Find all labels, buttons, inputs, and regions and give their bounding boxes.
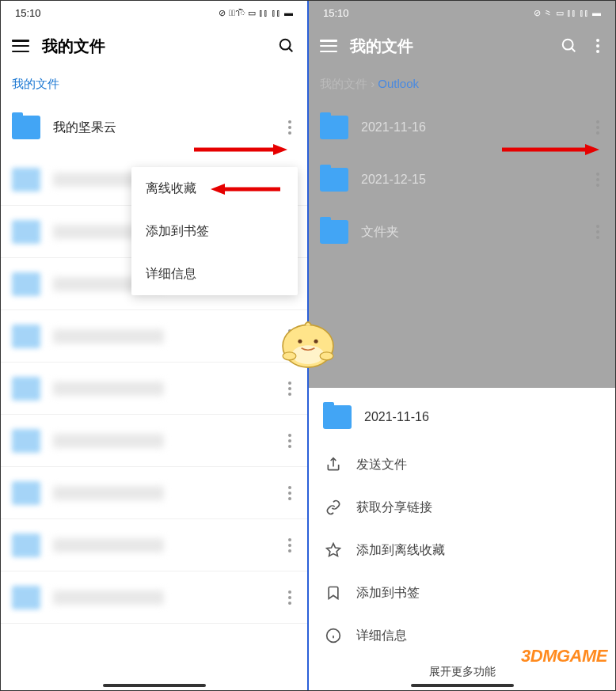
svg-point-18 (292, 345, 324, 364)
search-icon[interactable] (277, 36, 296, 55)
menu-bookmark[interactable]: 添加到书签 (131, 210, 298, 252)
sheet-header: 2021-11-16 (309, 388, 615, 443)
overflow-dots[interactable] (283, 434, 296, 448)
list-item[interactable] (1, 415, 307, 467)
list-item[interactable] (1, 363, 307, 415)
folder-name: 文件夹 (361, 224, 579, 241)
status-bar: 15:10 ⊘⺀▭⫿⫿⫿⫿▬ (309, 1, 615, 25)
sheet-offline[interactable]: 添加到离线收藏 (309, 529, 615, 571)
signal-icon: ⫿⫿ (259, 8, 268, 17)
status-icons: ⊘�ําិ▭⫿⫿⫿⫿▬ (219, 6, 293, 20)
folder-row[interactable]: 文件夹 (309, 206, 615, 258)
wifi-icon: ⺀ (544, 7, 553, 19)
overflow-dots[interactable] (591, 39, 604, 53)
overflow-dots[interactable] (591, 225, 604, 239)
folder-icon (323, 405, 352, 429)
status-bar: 15:10 ⊘�ําិ▭⫿⫿⫿⫿▬ (1, 1, 307, 25)
overflow-dots[interactable] (591, 173, 604, 187)
action-sheet: 2021-11-16 发送文件 获取分享链接 添加到离线收藏 添加到书签 详细信… (309, 388, 615, 690)
svg-point-19 (298, 340, 302, 344)
signal2-icon: ⫿⫿ (580, 8, 589, 17)
annotation-arrow (502, 142, 601, 158)
folder-row[interactable]: 2021-12-15 (309, 154, 615, 206)
phone-screen-left: 15:10 ⊘�ําិ▭⫿⫿⫿⫿▬ 我的文件 我的文件 我的坚果云 离线收藏 添… (1, 1, 307, 690)
bookmark-icon (325, 584, 342, 602)
app-bar: 我的文件 (1, 25, 307, 67)
svg-point-6 (563, 40, 573, 50)
app-bar: 我的文件 (309, 25, 615, 67)
status-time: 15:10 (323, 7, 349, 19)
overflow-dots[interactable] (591, 120, 604, 135)
svg-point-22 (320, 352, 333, 360)
overflow-dots[interactable] (283, 120, 296, 135)
signal2-icon: ⫿⫿ (272, 8, 281, 17)
list-item[interactable] (1, 571, 307, 624)
folder-name: 2021-11-16 (361, 120, 579, 135)
list-item[interactable] (1, 467, 307, 519)
hd-icon: ▭ (248, 8, 256, 18)
breadcrumb[interactable]: 我的文件 (1, 67, 307, 101)
svg-point-20 (314, 340, 318, 344)
folder-name: 2021-12-15 (361, 173, 579, 187)
battery-icon: ▬ (284, 8, 293, 17)
star-icon (325, 541, 342, 559)
nav-pill (103, 684, 206, 687)
svg-marker-3 (273, 144, 287, 155)
vibrate-icon: ⊘ (534, 8, 541, 18)
svg-point-0 (280, 40, 291, 50)
app-title: 我的文件 (42, 36, 264, 57)
signal-icon: ⫿⫿ (567, 8, 576, 17)
annotation-arrow (211, 181, 282, 197)
hd-icon: ▭ (556, 8, 564, 18)
crumb-root[interactable]: 我的文件 (320, 77, 367, 90)
svg-line-7 (572, 48, 576, 52)
svg-line-1 (289, 48, 293, 52)
hamburger-icon[interactable] (12, 40, 29, 52)
nav-pill (411, 684, 514, 687)
list-item[interactable] (1, 310, 307, 363)
info-icon (325, 627, 342, 644)
folder-name: 我的坚果云 (53, 120, 271, 136)
svg-point-21 (283, 352, 296, 360)
sheet-title: 2021-11-16 (364, 410, 429, 424)
share-icon (325, 456, 342, 473)
link-icon (325, 499, 342, 516)
wifi-icon: �ําិ (229, 6, 245, 20)
overflow-dots[interactable] (283, 382, 296, 396)
breadcrumb[interactable]: 我的文件 › Outlook (309, 67, 615, 101)
status-time: 15:10 (15, 7, 41, 19)
folder-icon (320, 116, 348, 139)
hamburger-icon[interactable] (320, 40, 337, 52)
overflow-dots[interactable] (283, 486, 296, 500)
sheet-send[interactable]: 发送文件 (309, 443, 615, 486)
watermark: 3DMGAME (521, 646, 607, 666)
sheet-bookmark[interactable]: 添加到书签 (309, 571, 615, 614)
mascot-icon (275, 309, 341, 376)
list-item[interactable] (1, 519, 307, 571)
sheet-link[interactable]: 获取分享链接 (309, 486, 615, 529)
app-title: 我的文件 (350, 36, 547, 57)
folder-icon (320, 220, 348, 244)
crumb-current[interactable]: Outlook (378, 77, 419, 90)
phone-screen-right: 15:10 ⊘⺀▭⫿⫿⫿⫿▬ 我的文件 我的文件 › Outlook 2021-… (309, 1, 615, 690)
overflow-dots[interactable] (283, 590, 296, 605)
vibrate-icon: ⊘ (219, 8, 226, 18)
status-icons: ⊘⺀▭⫿⫿⫿⫿▬ (534, 7, 601, 19)
svg-marker-9 (585, 144, 599, 155)
menu-details[interactable]: 详细信息 (131, 252, 298, 295)
svg-marker-5 (211, 184, 225, 195)
annotation-arrow (194, 142, 289, 158)
overflow-dots[interactable] (283, 538, 296, 552)
battery-icon: ▬ (592, 8, 601, 17)
search-icon[interactable] (560, 36, 579, 55)
svg-marker-11 (327, 544, 340, 556)
folder-icon (12, 116, 40, 139)
folder-icon (320, 168, 348, 192)
